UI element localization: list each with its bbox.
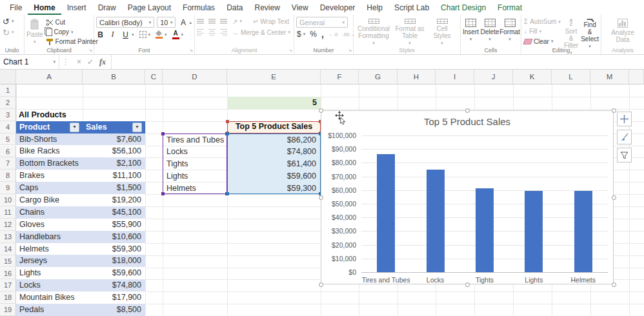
menu-tab-view[interactable]: View bbox=[286, 0, 314, 15]
sales-cell[interactable]: $8,500 bbox=[83, 304, 145, 316]
row-header-14[interactable]: 14 bbox=[0, 243, 16, 255]
product-cell[interactable]: Brakes bbox=[16, 170, 83, 182]
chart-styles-button[interactable] bbox=[617, 130, 632, 144]
row-header-1[interactable]: 1 bbox=[0, 84, 16, 97]
grow-font-button[interactable]: A▴ bbox=[178, 18, 192, 27]
chart-bar[interactable] bbox=[574, 191, 592, 272]
column-header-G[interactable]: G bbox=[359, 70, 397, 84]
row-header-18[interactable]: 18 bbox=[0, 291, 16, 304]
sort-filter-button[interactable]: AZ Sort & Filter ▾ bbox=[563, 17, 579, 46]
product-cell[interactable]: Bottom Brackets bbox=[16, 157, 83, 170]
chart-filters-button[interactable] bbox=[617, 148, 632, 163]
column-header-M[interactable]: M bbox=[590, 70, 629, 84]
borders-button[interactable]: ▾ bbox=[139, 30, 152, 39]
table-row[interactable]: Brakes$11,100 bbox=[16, 170, 145, 182]
selection-handle[interactable] bbox=[319, 282, 323, 287]
product-cell[interactable]: Cargo Bike bbox=[16, 194, 83, 206]
top5-value-cell[interactable]: $59,600 bbox=[228, 170, 320, 183]
clear-button[interactable]: Clear ▾ bbox=[523, 37, 561, 46]
product-cell[interactable]: Bib-Shorts bbox=[16, 133, 83, 146]
format-painter-button[interactable]: Format Painter bbox=[45, 37, 99, 46]
table-row[interactable]: Pedals$8,500 bbox=[16, 304, 145, 316]
row-header-16[interactable]: 16 bbox=[0, 268, 16, 280]
menu-tab-help[interactable]: Help bbox=[361, 0, 388, 15]
product-cell[interactable]: Caps bbox=[16, 182, 83, 194]
table-row[interactable]: Caps$1,500 bbox=[16, 182, 145, 194]
align-middle-button[interactable] bbox=[208, 19, 216, 24]
sales-cell[interactable]: $59,300 bbox=[83, 243, 145, 255]
table-row[interactable]: Gloves$55,900 bbox=[16, 219, 145, 231]
table-row[interactable]: Mountain Bikes$17,900 bbox=[16, 291, 145, 304]
column-header-E[interactable]: E bbox=[227, 70, 321, 84]
align-top-button[interactable] bbox=[197, 19, 204, 24]
column-header-extra[interactable] bbox=[629, 70, 644, 84]
range-handle[interactable] bbox=[226, 120, 229, 123]
table-row[interactable]: Helmets$59,300 bbox=[16, 243, 145, 255]
selection-handle[interactable] bbox=[465, 108, 470, 113]
top5-category-cell[interactable]: Lights bbox=[163, 170, 226, 183]
filter-icon[interactable]: ▼ bbox=[132, 123, 142, 132]
sales-cell[interactable]: $55,900 bbox=[83, 219, 145, 231]
delete-cells-button[interactable]: Delete ▾ bbox=[481, 17, 499, 46]
product-cell[interactable]: Locks bbox=[16, 279, 83, 291]
selection-handle[interactable] bbox=[612, 282, 616, 287]
enter-icon[interactable]: ✓ bbox=[87, 57, 94, 66]
top5-value-cell[interactable]: $86,200 bbox=[228, 134, 320, 146]
font-color-button[interactable]: A ▾ bbox=[172, 30, 185, 39]
product-cell[interactable]: Gloves bbox=[16, 219, 83, 231]
sales-cell[interactable]: $17,900 bbox=[83, 291, 145, 304]
row-header-4[interactable]: 4 bbox=[0, 121, 16, 133]
table-row[interactable]: Locks$74,800 bbox=[16, 279, 145, 291]
row-header-9[interactable]: 9 bbox=[0, 182, 16, 194]
column-header-C[interactable]: C bbox=[145, 70, 163, 84]
product-cell[interactable]: Chains bbox=[16, 206, 83, 219]
merge-center-button[interactable]: ↔ Merge & Center ▾ bbox=[232, 28, 291, 37]
chart[interactable]: Top 5 Product Sales$0$10,000$20,000$30,0… bbox=[321, 110, 614, 284]
sales-cell[interactable]: $56,100 bbox=[83, 145, 145, 157]
sales-cell[interactable]: $10,600 bbox=[83, 231, 145, 243]
column-header-L[interactable]: L bbox=[552, 70, 590, 84]
table-row[interactable]: Bottom Brackets$2,100 bbox=[16, 157, 145, 170]
menu-tab-page-layout[interactable]: Page Layout bbox=[122, 0, 177, 15]
row-header-12[interactable]: 12 bbox=[0, 219, 16, 231]
sales-cell[interactable]: $11,100 bbox=[83, 170, 145, 182]
product-cell[interactable]: Mountain Bikes bbox=[16, 291, 83, 304]
top5-category-cell[interactable]: Helmets bbox=[163, 183, 226, 195]
menu-tab-data[interactable]: Data bbox=[221, 0, 248, 15]
cell-styles-button[interactable]: Cell Styles ▾ bbox=[428, 17, 456, 46]
table-row[interactable]: Handlebars$10,600 bbox=[16, 231, 145, 243]
align-center-button[interactable] bbox=[208, 29, 216, 36]
table-row[interactable]: Lights$59,600 bbox=[16, 267, 145, 279]
align-right-button[interactable] bbox=[220, 29, 227, 36]
redo-button[interactable]: ↻ ▾ bbox=[2, 28, 14, 37]
chart-title[interactable]: Top 5 Product Sales bbox=[321, 116, 613, 127]
row-header-10[interactable]: 10 bbox=[0, 194, 16, 206]
menu-tab-draw[interactable]: Draw bbox=[92, 0, 122, 15]
sales-cell[interactable]: $59,600 bbox=[83, 267, 145, 279]
menu-tab-script-lab[interactable]: Script Lab bbox=[388, 0, 435, 15]
chart-elements-button[interactable] bbox=[617, 112, 632, 126]
product-cell[interactable]: Helmets bbox=[16, 243, 83, 255]
column-header-D[interactable]: D bbox=[163, 70, 227, 84]
format-as-table-button[interactable]: Format as Table ▾ bbox=[394, 17, 426, 46]
chart-bar[interactable] bbox=[377, 154, 395, 272]
sales-cell[interactable]: $18,000 bbox=[83, 255, 145, 267]
sales-cell[interactable]: $2,100 bbox=[83, 157, 145, 170]
cancel-icon[interactable]: × bbox=[77, 57, 81, 66]
selection-handle[interactable] bbox=[319, 108, 323, 113]
percent-button[interactable]: % bbox=[309, 30, 317, 39]
menu-tab-chart-design[interactable]: Chart Design bbox=[435, 0, 492, 15]
menu-tab-file[interactable]: File bbox=[4, 0, 28, 15]
undo-button[interactable]: ↺ ▾ bbox=[2, 17, 14, 26]
menu-tab-review[interactable]: Review bbox=[248, 0, 285, 15]
row-header-13[interactable]: 13 bbox=[0, 231, 16, 243]
cut-button[interactable]: Cut bbox=[45, 18, 99, 26]
top5-category-cell[interactable]: Tires and Tubes bbox=[163, 134, 226, 146]
table-row[interactable]: Cargo Bike$19,200 bbox=[16, 194, 145, 206]
menu-tab-formulas[interactable]: Formulas bbox=[177, 0, 221, 15]
top5-value-cell[interactable]: $74,800 bbox=[228, 146, 320, 158]
formula-input[interactable] bbox=[112, 55, 644, 69]
bold-button[interactable]: B bbox=[96, 30, 105, 39]
cell-e2[interactable]: 5 bbox=[227, 97, 321, 109]
product-cell[interactable]: Bike Racks bbox=[16, 145, 83, 157]
